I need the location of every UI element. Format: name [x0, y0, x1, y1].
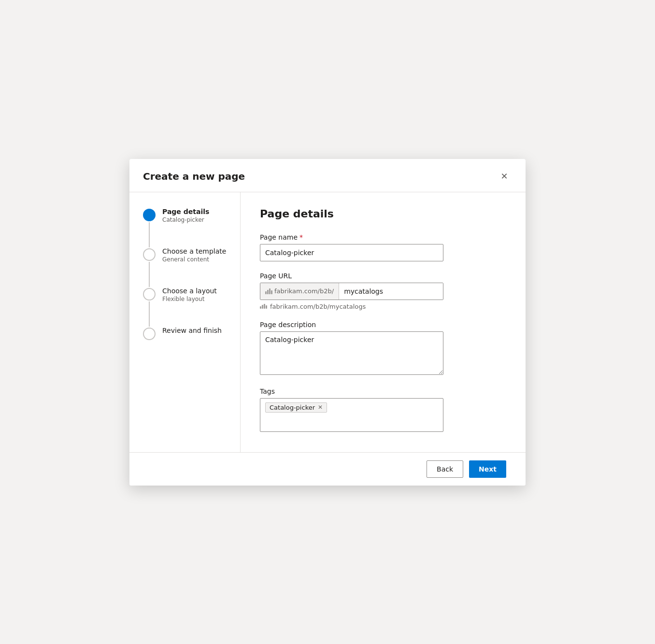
step-labels-choose-layout: Choose a layout Flexible layout — [162, 287, 217, 317]
dialog-footer: Back Next — [129, 452, 526, 486]
dialog-header: Create a new page ✕ — [129, 159, 526, 192]
page-url-field-group: Page URL fabrikam.com/b2b/ — [260, 272, 506, 310]
step-dot-choose-layout — [143, 288, 156, 301]
url-preview-text-value: fabrikam.com/b2b/mycatalogs — [270, 303, 366, 310]
page-description-field-group: Page description Catalog-picker — [260, 321, 506, 377]
tags-field-group: Tags Catalog-picker ✕ — [260, 387, 506, 432]
page-name-input[interactable] — [260, 244, 443, 261]
step-labels-review-finish: Review and finish — [162, 327, 222, 349]
create-page-dialog: Create a new page ✕ Page details Catalog… — [129, 159, 526, 486]
url-prefix: fabrikam.com/b2b/ — [260, 283, 339, 300]
url-preview-bars-icon — [260, 304, 267, 309]
step-dot-choose-template — [143, 248, 156, 261]
step-title-page-details: Page details — [162, 208, 209, 215]
step-title-review-finish: Review and finish — [162, 327, 222, 334]
page-url-label: Page URL — [260, 272, 506, 280]
tags-input-wrapper[interactable]: Catalog-picker ✕ — [260, 398, 443, 432]
back-button[interactable]: Back — [427, 460, 463, 478]
page-details-title: Page details — [260, 208, 506, 220]
url-suffix-input[interactable] — [339, 283, 443, 300]
url-prefix-text: fabrikam.com/b2b/ — [274, 287, 334, 295]
tag-text: Catalog-picker — [270, 404, 315, 411]
step-item-page-details: Page details Catalog-picker — [143, 208, 230, 247]
url-field-wrapper: fabrikam.com/b2b/ — [260, 283, 443, 300]
step-subtitle-page-details: Catalog-picker — [162, 216, 209, 223]
step-subtitle-choose-template: General content — [162, 256, 226, 263]
step-title-choose-layout: Choose a layout — [162, 287, 217, 295]
step-title-choose-template: Choose a template — [162, 247, 226, 255]
step-dot-review-finish — [143, 328, 156, 340]
dialog-title: Create a new page — [143, 171, 245, 182]
close-button[interactable]: ✕ — [497, 169, 512, 184]
sidebar: Page details Catalog-picker Choose a tem… — [129, 192, 241, 452]
main-content: Page details Page name * Page URL — [241, 192, 526, 452]
url-preview: fabrikam.com/b2b/mycatalogs — [260, 303, 506, 310]
page-description-input[interactable]: Catalog-picker — [260, 331, 443, 375]
page-name-label: Page name * — [260, 233, 506, 241]
required-star: * — [299, 233, 303, 241]
page-name-field-group: Page name * — [260, 233, 506, 261]
url-bars-icon — [265, 288, 272, 294]
step-dot-page-details — [143, 209, 156, 221]
step-labels-choose-template: Choose a template General content — [162, 247, 226, 277]
step-item-choose-template: Choose a template General content — [143, 247, 230, 287]
step-item-review-finish: Review and finish — [143, 327, 230, 349]
step-item-choose-layout: Choose a layout Flexible layout — [143, 287, 230, 327]
next-button[interactable]: Next — [469, 460, 506, 478]
step-subtitle-choose-layout: Flexible layout — [162, 296, 217, 302]
dialog-body: Page details Catalog-picker Choose a tem… — [129, 192, 526, 452]
page-description-label: Page description — [260, 321, 506, 329]
tags-label: Tags — [260, 387, 506, 395]
tag-remove-button[interactable]: ✕ — [318, 404, 323, 410]
tag-chip: Catalog-picker ✕ — [265, 402, 327, 413]
step-labels-page-details: Page details Catalog-picker — [162, 208, 209, 238]
